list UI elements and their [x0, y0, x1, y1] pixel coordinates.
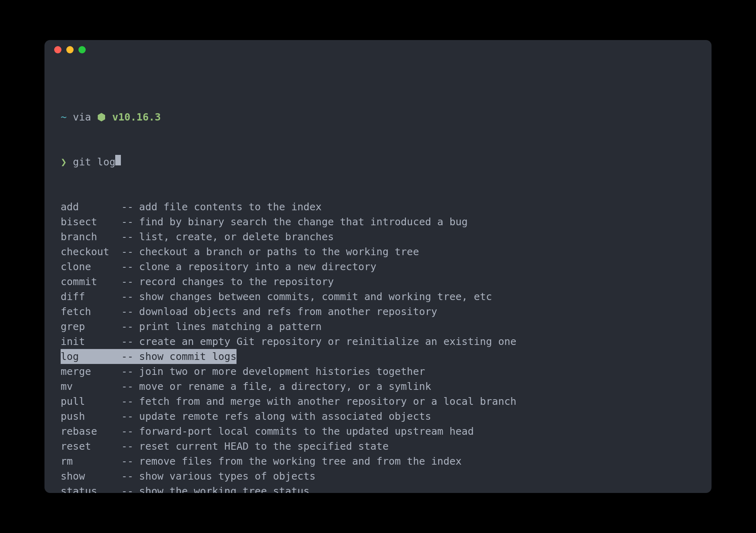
cursor [115, 155, 121, 165]
completion-command: init [61, 334, 121, 349]
completion-separator: -- [121, 364, 133, 379]
completion-separator: -- [121, 439, 133, 454]
completion-description: show various types of objects [133, 469, 316, 484]
completion-separator: -- [121, 229, 133, 244]
completion-separator: -- [121, 244, 133, 259]
completion-item-reset[interactable]: reset--reset current HEAD to the specifi… [61, 439, 695, 454]
node-icon: ⬢ [97, 110, 106, 125]
maximize-button[interactable] [78, 46, 86, 53]
completion-separator: -- [121, 289, 133, 304]
completion-item-fetch[interactable]: fetch--download objects and refs from an… [61, 304, 695, 319]
completion-item-push[interactable]: push--update remote refs along with asso… [61, 409, 695, 424]
completion-separator: -- [121, 304, 133, 319]
completion-item-merge[interactable]: merge--join two or more development hist… [61, 364, 695, 379]
completion-separator: -- [121, 259, 133, 274]
completion-description: download objects and refs from another r… [133, 304, 437, 319]
completion-item-branch[interactable]: branch--list, create, or delete branches [61, 229, 695, 244]
close-button[interactable] [54, 46, 61, 53]
completion-separator: -- [121, 424, 133, 439]
completion-command: push [61, 409, 121, 424]
completion-command: pull [61, 394, 121, 409]
completion-command: clone [61, 259, 121, 274]
completion-description: clone a repository into a new directory [133, 259, 376, 274]
completion-command: mv [61, 379, 121, 394]
completion-description: create an empty Git repository or reinit… [133, 334, 516, 349]
completion-description: reset current HEAD to the specified stat… [133, 439, 389, 454]
completion-description: fetch from and merge with another reposi… [133, 394, 516, 409]
completion-list: add--add file contents to the indexbisec… [61, 199, 695, 493]
completion-command: fetch [61, 304, 121, 319]
completion-description: move or rename a file, a directory, or a… [133, 379, 431, 394]
completion-command: grep [61, 319, 121, 334]
completion-separator: -- [121, 454, 133, 469]
completion-command: checkout [61, 244, 121, 259]
completion-command: rm [61, 454, 121, 469]
completion-item-init[interactable]: init--create an empty Git repository or … [61, 334, 695, 349]
prompt-symbol: ❯ [61, 154, 67, 169]
completion-item-add[interactable]: add--add file contents to the index [61, 199, 695, 214]
completion-description: show changes between commits, commit and… [133, 289, 492, 304]
completion-description: record changes to the repository [133, 274, 334, 289]
terminal-content[interactable]: ~ via ⬢ v10.16.3 ❯ git log add--add file… [44, 59, 712, 493]
completion-command: merge [61, 364, 121, 379]
completion-item-pull[interactable]: pull--fetch from and merge with another … [61, 394, 695, 409]
completion-description: find by binary search the change that in… [133, 214, 468, 229]
completion-separator: -- [121, 349, 133, 364]
completion-separator: -- [121, 484, 133, 493]
completion-description: show the working tree status [133, 484, 309, 493]
completion-command: diff [61, 289, 121, 304]
completion-command: commit [61, 274, 121, 289]
completion-description: update remote refs along with associated… [133, 409, 431, 424]
completion-description: add file contents to the index [133, 199, 322, 214]
completion-item-log[interactable]: log--show commit logs [61, 349, 237, 364]
completion-separator: -- [121, 379, 133, 394]
completion-description: show commit logs [133, 349, 237, 364]
completion-command: show [61, 469, 121, 484]
completion-item-show[interactable]: show--show various types of objects [61, 469, 695, 484]
via-label: via [73, 110, 91, 125]
completion-separator: -- [121, 394, 133, 409]
completion-item-rebase[interactable]: rebase--forward-port local commits to th… [61, 424, 695, 439]
completion-separator: -- [121, 469, 133, 484]
completion-separator: -- [121, 319, 133, 334]
completion-item-mv[interactable]: mv--move or rename a file, a directory, … [61, 379, 695, 394]
completion-command: add [61, 199, 121, 214]
completion-item-grep[interactable]: grep--print lines matching a pattern [61, 319, 695, 334]
completion-item-commit[interactable]: commit--record changes to the repository [61, 274, 695, 289]
completion-description: checkout a branch or paths to the workin… [133, 244, 419, 259]
completion-separator: -- [121, 334, 133, 349]
completion-item-bisect[interactable]: bisect--find by binary search the change… [61, 214, 695, 229]
node-version: v10.16.3 [112, 110, 160, 125]
typed-command: git log [73, 154, 115, 169]
completion-item-status[interactable]: status--show the working tree status [61, 484, 695, 493]
prompt-command-line: ❯ git log [61, 154, 695, 169]
completion-description: remove files from the working tree and f… [133, 454, 462, 469]
completion-command: log [61, 349, 121, 364]
completion-command: rebase [61, 424, 121, 439]
completion-item-clone[interactable]: clone--clone a repository into a new dir… [61, 259, 695, 274]
completion-description: forward-port local commits to the update… [133, 424, 474, 439]
completion-command: reset [61, 439, 121, 454]
title-bar [44, 40, 712, 59]
completion-item-checkout[interactable]: checkout--checkout a branch or paths to … [61, 244, 695, 259]
completion-item-diff[interactable]: diff--show changes between commits, comm… [61, 289, 695, 304]
completion-separator: -- [121, 274, 133, 289]
completion-separator: -- [121, 214, 133, 229]
cwd-tilde: ~ [61, 110, 67, 125]
completion-description: join two or more development histories t… [133, 364, 425, 379]
prompt-context-line: ~ via ⬢ v10.16.3 [61, 110, 695, 125]
minimize-button[interactable] [66, 46, 74, 53]
completion-command: status [61, 484, 121, 493]
completion-description: print lines matching a pattern [133, 319, 322, 334]
completion-description: list, create, or delete branches [133, 229, 334, 244]
completion-item-rm[interactable]: rm--remove files from the working tree a… [61, 454, 695, 469]
completion-command: bisect [61, 214, 121, 229]
completion-separator: -- [121, 199, 133, 214]
completion-command: branch [61, 229, 121, 244]
completion-separator: -- [121, 409, 133, 424]
terminal-window: ~ via ⬢ v10.16.3 ❯ git log add--add file… [44, 40, 712, 493]
